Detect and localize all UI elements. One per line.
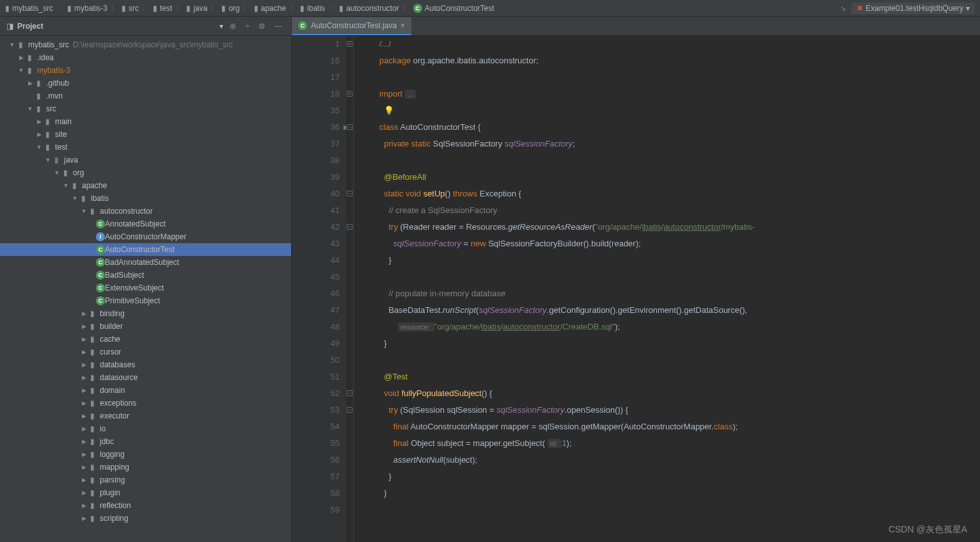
line-number[interactable]: 59	[292, 502, 340, 518]
tree-item[interactable]: ▮ mybatis-3	[0, 64, 291, 77]
tree-item[interactable]: ▮ java	[0, 154, 291, 166]
line-number[interactable]: 48	[292, 319, 340, 335]
close-icon[interactable]: ×	[400, 21, 405, 30]
breadcrumb-item[interactable]: ▮ src	[122, 4, 139, 13]
tree-item[interactable]: ▮ autoconstructor	[0, 205, 291, 218]
tree-item[interactable]: ▮ databases	[0, 358, 291, 371]
tree-item[interactable]: ▮ apache	[0, 179, 291, 192]
tree-arrow[interactable]	[81, 515, 87, 522]
tree-item[interactable]: ▮ mybatis_srcD:\learnspace\workspace\jav…	[0, 38, 291, 51]
code-area[interactable]: 11617183536▶▶373839404142434445464748495…	[292, 36, 980, 542]
tab-active[interactable]: C AutoConstructorTest.java ×	[292, 17, 411, 35]
tree-item[interactable]: ▮ site	[0, 128, 291, 141]
tree-arrow[interactable]	[81, 451, 87, 458]
code-line[interactable]: private static SqlSessionFactory sqlSess…	[379, 136, 980, 152]
line-number[interactable]: 49	[292, 335, 340, 352]
tree-arrow[interactable]	[81, 336, 87, 342]
tree-item[interactable]: I AutoConstructorMapper	[0, 230, 291, 243]
tree-arrow[interactable]	[81, 208, 87, 214]
tree-item[interactable]: ▮ reflection	[0, 499, 291, 512]
tree-arrow[interactable]	[36, 118, 42, 125]
line-number[interactable]: 45	[292, 269, 340, 285]
fold-icon[interactable]: −	[347, 224, 352, 230]
line-number[interactable]: 58	[292, 485, 340, 502]
line-number[interactable]: 38	[292, 152, 340, 169]
tree-item[interactable]: ▮ executor	[0, 410, 291, 422]
tree-arrow[interactable]	[81, 310, 87, 317]
code-line[interactable]: BaseDataTest.runScript(sqlSessionFactory…	[379, 302, 980, 319]
project-tree[interactable]: ▮ mybatis_srcD:\learnspace\workspace\jav…	[0, 36, 291, 542]
line-number[interactable]: 18	[292, 86, 340, 102]
code-line[interactable]: try (SqlSession sqlSession = sqlSessionF…	[379, 402, 980, 418]
code-line[interactable]: class AutoConstructorTest {	[379, 119, 980, 136]
tree-arrow[interactable]	[81, 426, 87, 432]
tree-item[interactable]: ▮ domain	[0, 384, 291, 397]
tree-arrow[interactable]	[18, 67, 24, 74]
tree-item[interactable]: ▮ ibatis	[0, 192, 291, 205]
tree-item[interactable]: C AnnotatedSubject	[0, 218, 291, 230]
tree-item[interactable]: ▮ test	[0, 141, 291, 154]
tree-item[interactable]: ▮ io	[0, 422, 291, 435]
fold-icon[interactable]: −	[347, 390, 352, 396]
code-line[interactable]: }	[379, 468, 980, 485]
tree-item[interactable]: ▮ jdbc	[0, 435, 291, 448]
line-number[interactable]: 54	[292, 418, 340, 435]
tree-item[interactable]: ▮ scripting	[0, 512, 291, 525]
tree-arrow[interactable]	[81, 438, 87, 445]
tree-item[interactable]: ▮ cache	[0, 333, 291, 346]
tree-arrow[interactable]	[81, 374, 87, 381]
tree-arrow[interactable]	[81, 349, 87, 355]
code-line[interactable]: sqlSessionFactory = new SqlSessionFactor…	[379, 235, 980, 252]
line-number[interactable]: 1	[292, 36, 340, 52]
line-number[interactable]: 42	[292, 219, 340, 235]
breadcrumb-item[interactable]: ▮ apache	[254, 4, 286, 13]
fold-icon[interactable]: −	[347, 191, 352, 196]
tree-arrow[interactable]	[81, 362, 87, 368]
code-line[interactable]: package org.apache.ibatis.autoconstructo…	[379, 52, 980, 69]
line-number[interactable]: 37	[292, 136, 340, 152]
tree-arrow[interactable]	[81, 490, 87, 496]
tree-item[interactable]: ▮ builder	[0, 320, 291, 333]
code-line[interactable]: assertNotNull(subject);	[379, 452, 980, 468]
build-icon[interactable]: ↘	[840, 4, 846, 13]
tree-item[interactable]: ▮ org	[0, 166, 291, 179]
code-line[interactable]: try (Reader reader = Resources.getResour…	[379, 219, 980, 235]
tree-item[interactable]: ▮ binding	[0, 307, 291, 320]
tree-item[interactable]: ▮ .github	[0, 77, 291, 90]
code-line[interactable]: 💡	[379, 102, 980, 119]
locate-icon[interactable]: ⊕	[227, 22, 239, 31]
line-number[interactable]: 39	[292, 169, 340, 186]
line-number[interactable]: 44	[292, 252, 340, 269]
tree-arrow[interactable]	[81, 477, 87, 483]
tree-arrow[interactable]	[45, 157, 51, 163]
project-title[interactable]: Project	[17, 22, 216, 31]
code-line[interactable]: }	[379, 485, 980, 502]
collapse-icon[interactable]: —	[272, 22, 285, 31]
tree-arrow[interactable]	[81, 464, 87, 470]
breadcrumb-item[interactable]: ▮ java	[186, 4, 207, 13]
line-number[interactable]: 41	[292, 202, 340, 219]
tree-arrow[interactable]	[36, 144, 42, 150]
tree-item[interactable]: ▮ .idea	[0, 51, 291, 64]
line-number[interactable]: 46	[292, 285, 340, 302]
run-config-selector[interactable]: ✖ Example01.testHsqldbQuery ▾	[851, 3, 975, 14]
code-line[interactable]: }	[379, 335, 980, 352]
line-number[interactable]: 36▶▶	[292, 119, 340, 136]
line-number[interactable]: 55	[292, 435, 340, 452]
line-number[interactable]: 43	[292, 235, 340, 252]
line-number[interactable]: 53	[292, 402, 340, 418]
tree-item[interactable]: C PrimitiveSubject	[0, 294, 291, 307]
line-number[interactable]: 35	[292, 102, 340, 119]
tree-arrow[interactable]	[27, 80, 33, 86]
breadcrumb-item[interactable]: ▮ test	[153, 4, 172, 13]
code-line[interactable]: }	[379, 252, 980, 269]
code-line[interactable]	[379, 352, 980, 369]
line-number[interactable]: 52▶	[292, 385, 340, 402]
code-line[interactable]	[379, 69, 980, 86]
code-line[interactable]	[379, 502, 980, 518]
tree-item[interactable]: ▮ .mvn	[0, 90, 291, 102]
code-line[interactable]	[379, 152, 980, 169]
line-number[interactable]: 40	[292, 186, 340, 202]
fold-column[interactable]: ++−−−−−	[346, 36, 354, 542]
settings-icon[interactable]: ⚙	[256, 22, 268, 31]
